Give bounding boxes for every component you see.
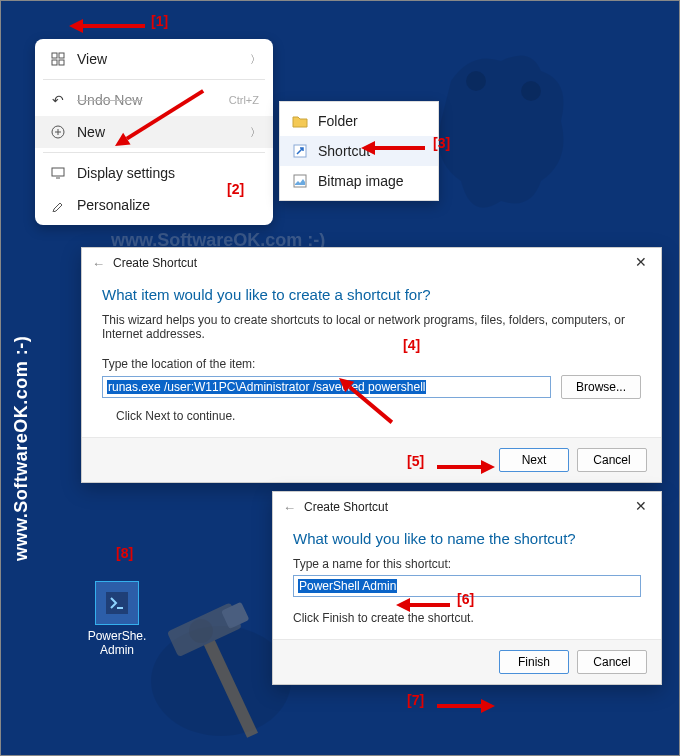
callout-6: [6] — [457, 591, 474, 607]
ctx-undo-key: Ctrl+Z — [229, 94, 259, 106]
submenu-bitmap[interactable]: Bitmap image — [280, 166, 438, 196]
back-arrow-icon[interactable]: ← — [283, 500, 296, 515]
wizard1-header: ← Create Shortcut ✕ — [82, 248, 661, 278]
ctx-separator — [43, 152, 265, 153]
wizard1-field-label: Type the location of the item: — [102, 357, 641, 371]
callout-8: [8] — [116, 545, 133, 561]
next-button[interactable]: Next — [499, 448, 569, 472]
wizard1-description: This wizard helps you to create shortcut… — [102, 313, 641, 341]
ctx-view[interactable]: View 〉 — [35, 43, 273, 75]
submenu-folder-label: Folder — [318, 113, 358, 129]
desktop-context-menu: View 〉 ↶ Undo New Ctrl+Z New 〉 Display s… — [35, 39, 273, 225]
folder-icon — [292, 113, 308, 129]
ctx-undo-label: Undo New — [77, 92, 142, 108]
close-button[interactable]: ✕ — [627, 251, 655, 273]
location-input-value: runas.exe /user:W11PC\Administrator /sav… — [107, 380, 426, 394]
bitmap-image-icon — [292, 173, 308, 189]
svg-rect-9 — [52, 60, 57, 65]
powershell-admin-desktop-shortcut[interactable]: PowerShe. Admin — [81, 581, 153, 657]
svg-rect-7 — [52, 53, 57, 58]
callout-1: [1] — [151, 13, 168, 29]
view-grid-icon — [49, 50, 67, 68]
powershell-icon — [95, 581, 139, 625]
wizard2-crumb: Create Shortcut — [304, 500, 388, 514]
brush-icon — [49, 196, 67, 214]
create-shortcut-wizard-step2: ← Create Shortcut ✕ What would you like … — [272, 491, 662, 685]
ctx-view-label: View — [77, 51, 107, 67]
svg-rect-10 — [59, 60, 64, 65]
close-button[interactable]: ✕ — [627, 495, 655, 517]
ctx-new-label: New — [77, 124, 105, 140]
ctx-separator — [43, 79, 265, 80]
callout-3: [3] — [433, 135, 450, 151]
arrow-1 — [69, 19, 145, 33]
wizard1-title: What item would you like to create a sho… — [102, 286, 641, 303]
svg-rect-12 — [52, 168, 64, 176]
submenu-folder[interactable]: Folder — [280, 106, 438, 136]
callout-4: [4] — [403, 337, 420, 353]
desktop-icon-label: PowerShe. Admin — [81, 629, 153, 657]
wizard2-field-label: Type a name for this shortcut: — [293, 557, 641, 571]
arrow-7 — [437, 699, 495, 713]
shortcut-icon — [292, 143, 308, 159]
browse-button[interactable]: Browse... — [561, 375, 641, 399]
watermark-vertical: www.SoftwareOK.com :-) — [11, 336, 32, 561]
location-input[interactable]: runas.exe /user:W11PC\Administrator /sav… — [102, 376, 551, 398]
arrow-3 — [361, 141, 425, 155]
svg-point-0 — [466, 71, 486, 91]
ctx-undo[interactable]: ↶ Undo New Ctrl+Z — [35, 84, 273, 116]
callout-7: [7] — [407, 692, 424, 708]
arrow-5 — [437, 460, 495, 474]
ctx-display-label: Display settings — [77, 165, 175, 181]
svg-point-1 — [521, 81, 541, 101]
ctx-personalize-label: Personalize — [77, 197, 150, 213]
svg-rect-8 — [59, 53, 64, 58]
display-icon — [49, 164, 67, 182]
cancel-button[interactable]: Cancel — [577, 650, 647, 674]
wizard2-title: What would you like to name the shortcut… — [293, 530, 641, 547]
submenu-bitmap-label: Bitmap image — [318, 173, 404, 189]
arrow-6 — [396, 598, 450, 612]
callout-5: [5] — [407, 453, 424, 469]
wizard1-crumb: Create Shortcut — [113, 256, 197, 270]
chevron-right-icon: 〉 — [250, 125, 261, 140]
wizard2-note: Click Finish to create the shortcut. — [293, 611, 641, 625]
undo-icon: ↶ — [49, 91, 67, 109]
cancel-button[interactable]: Cancel — [577, 448, 647, 472]
shortcut-name-value: PowerShell Admin — [298, 579, 397, 593]
create-shortcut-wizard-step1: ← Create Shortcut ✕ What item would you … — [81, 247, 662, 483]
chevron-right-icon: 〉 — [250, 52, 261, 67]
wizard2-header: ← Create Shortcut ✕ — [273, 492, 661, 522]
plus-circle-icon — [49, 123, 67, 141]
callout-2: [2] — [227, 181, 244, 197]
svg-rect-4 — [201, 633, 258, 738]
back-arrow-icon[interactable]: ← — [92, 256, 105, 271]
finish-button[interactable]: Finish — [499, 650, 569, 674]
